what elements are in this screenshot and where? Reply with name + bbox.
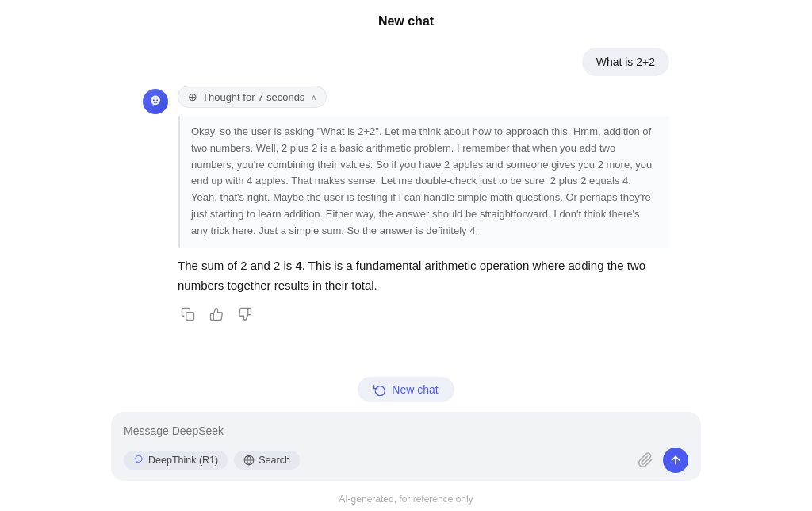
copy-button[interactable]	[178, 304, 198, 325]
page-title: New chat	[378, 14, 434, 28]
search-globe-icon	[243, 455, 255, 466]
svg-point-3	[137, 459, 138, 459]
action-buttons	[178, 304, 669, 325]
new-chat-icon	[373, 383, 386, 396]
assistant-message-wrapper: ⊕ Thought for 7 seconds ∧ Okay, so the u…	[143, 86, 669, 325]
svg-point-4	[140, 459, 140, 459]
svg-point-0	[153, 99, 155, 101]
thought-label: Thought for 7 seconds	[202, 91, 304, 103]
thumbs-up-button[interactable]	[206, 304, 227, 325]
deepseek-logo-icon	[147, 94, 163, 110]
new-chat-button-label: New chat	[392, 383, 438, 396]
send-arrow-icon	[669, 454, 682, 467]
paperclip-icon	[638, 452, 653, 468]
answer-prefix: The sum of 2 and 2 is	[178, 259, 295, 272]
thought-icon: ⊕	[188, 90, 197, 103]
assistant-content: ⊕ Thought for 7 seconds ∧ Okay, so the u…	[178, 86, 669, 325]
user-message: What is 2+2	[582, 48, 669, 76]
svg-rect-2	[186, 312, 194, 320]
user-message-wrapper: What is 2+2	[143, 48, 669, 76]
deepthink-label: DeepThink (R1)	[148, 455, 218, 466]
deepthink-icon	[133, 455, 144, 466]
page-header: New chat	[0, 0, 812, 40]
new-chat-button[interactable]: New chat	[358, 377, 454, 402]
footer-text: AI-generated, for reference only	[339, 494, 473, 505]
input-tools-right	[634, 448, 688, 473]
message-input[interactable]	[124, 423, 688, 440]
input-area: DeepThink (R1) Search	[111, 412, 701, 481]
thought-text: Okay, so the user is asking "What is 2+2…	[191, 125, 652, 236]
thought-content: Okay, so the user is asking "What is 2+2…	[178, 116, 669, 248]
send-button[interactable]	[663, 448, 688, 473]
answer-bold: 4	[295, 259, 301, 272]
chevron-up-icon: ∧	[311, 93, 316, 102]
answer-text: The sum of 2 and 2 is 4. This is a funda…	[178, 256, 669, 296]
deepthink-button[interactable]: DeepThink (R1)	[124, 451, 228, 470]
input-toolbar: DeepThink (R1) Search	[124, 448, 688, 473]
search-button[interactable]: Search	[234, 451, 300, 470]
thumbs-down-button[interactable]	[235, 304, 255, 325]
thought-bubble[interactable]: ⊕ Thought for 7 seconds ∧	[178, 86, 327, 108]
chat-area: What is 2+2 ⊕ Thought for 7 seconds ∧ Ok…	[0, 40, 812, 371]
input-tools-left: DeepThink (R1) Search	[124, 451, 300, 470]
svg-point-1	[156, 99, 158, 101]
footer: AI-generated, for reference only	[0, 489, 812, 511]
search-label: Search	[259, 455, 290, 466]
attach-button[interactable]	[634, 449, 657, 471]
new-chat-bar: New chat	[0, 371, 812, 412]
assistant-avatar	[143, 89, 168, 114]
user-message-text: What is 2+2	[596, 56, 655, 68]
